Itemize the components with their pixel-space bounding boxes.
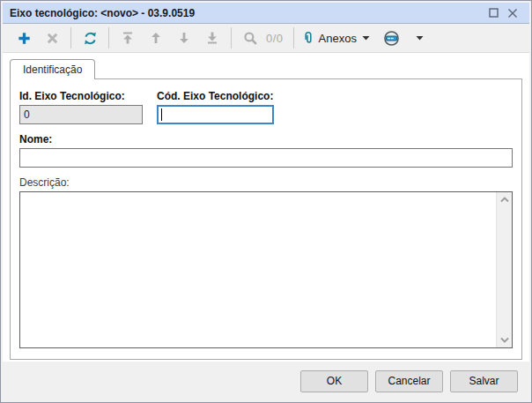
chevron-down-icon <box>416 35 424 41</box>
tab-panel-identificacao: Id. Eixo Tecnológico: Cód. Eixo Tecnológ… <box>10 78 522 360</box>
vertical-scrollbar[interactable] <box>496 192 512 347</box>
previous-record-button[interactable] <box>142 26 170 50</box>
toolbar-separator <box>293 27 294 49</box>
search-counter: 0/0 <box>266 32 284 45</box>
cancel-button[interactable]: Cancelar <box>375 370 443 392</box>
nome-input[interactable] <box>19 148 513 168</box>
maximize-icon <box>489 8 499 18</box>
cod-label: Cód. Eixo Tecnológico: <box>157 90 274 102</box>
chevron-down-icon <box>500 337 509 343</box>
close-icon <box>507 8 518 19</box>
delete-button[interactable] <box>38 26 66 50</box>
id-label: Id. Eixo Tecnológico: <box>19 90 143 102</box>
cod-input[interactable] <box>157 105 274 124</box>
delete-icon <box>46 32 59 45</box>
print-button[interactable] <box>378 26 406 50</box>
tab-bar: Identificação <box>10 59 522 78</box>
maximize-button[interactable] <box>484 4 503 22</box>
search-button[interactable] <box>236 26 264 50</box>
titlebar: Eixo tecnológico: <novo> - 03.9.0519 <box>3 3 529 24</box>
refresh-icon <box>83 31 98 46</box>
toolbar: 0/0 Anexos <box>3 24 529 53</box>
add-icon <box>17 31 32 46</box>
toolbar-separator <box>108 27 109 49</box>
cod-field-group: Cód. Eixo Tecnológico: <box>157 88 274 124</box>
id-input <box>19 105 143 124</box>
nome-field-group: Nome: <box>19 131 513 168</box>
next-record-button[interactable] <box>170 26 198 50</box>
save-button[interactable]: Salvar <box>450 370 518 392</box>
button-bar: OK Cancelar Salvar <box>3 362 529 400</box>
first-record-button[interactable] <box>114 26 142 50</box>
previous-record-icon <box>149 31 163 45</box>
descricao-label: Descrição: <box>19 176 513 189</box>
close-button[interactable] <box>503 4 522 22</box>
dialog-content: Identificação Id. Eixo Tecnológico: Cód.… <box>3 53 529 362</box>
ok-button[interactable]: OK <box>300 370 368 392</box>
toolbar-separator <box>70 27 71 49</box>
id-field-group: Id. Eixo Tecnológico: <box>19 88 143 124</box>
anexos-button[interactable]: Anexos <box>299 26 378 50</box>
scroll-up-button[interactable] <box>497 192 512 207</box>
scroll-down-button[interactable] <box>497 332 512 347</box>
nome-label: Nome: <box>19 133 513 146</box>
toolbar-separator <box>231 27 232 49</box>
dialog-window: Eixo tecnológico: <novo> - 03.9.0519 <box>0 0 532 403</box>
paperclip-icon <box>301 31 315 45</box>
last-record-button[interactable] <box>198 26 226 50</box>
descricao-textarea[interactable] <box>20 192 496 347</box>
tab-identificacao[interactable]: Identificação <box>10 59 95 79</box>
descricao-box <box>19 191 513 348</box>
anexos-label: Anexos <box>319 32 357 45</box>
print-options-button[interactable] <box>406 26 434 50</box>
last-record-icon <box>205 31 219 45</box>
add-button[interactable] <box>10 26 38 50</box>
printer-icon <box>383 30 400 47</box>
id-cod-row: Id. Eixo Tecnológico: Cód. Eixo Tecnológ… <box>19 88 513 124</box>
refresh-button[interactable] <box>76 26 104 50</box>
chevron-up-icon <box>500 197 509 203</box>
next-record-icon <box>177 31 191 45</box>
chevron-down-icon <box>362 35 370 41</box>
descricao-field-group: Descrição: <box>19 175 513 348</box>
search-icon <box>243 31 258 46</box>
window-title: Eixo tecnológico: <novo> - 03.9.0519 <box>10 7 484 19</box>
text-caret <box>161 108 162 121</box>
first-record-icon <box>121 31 135 45</box>
